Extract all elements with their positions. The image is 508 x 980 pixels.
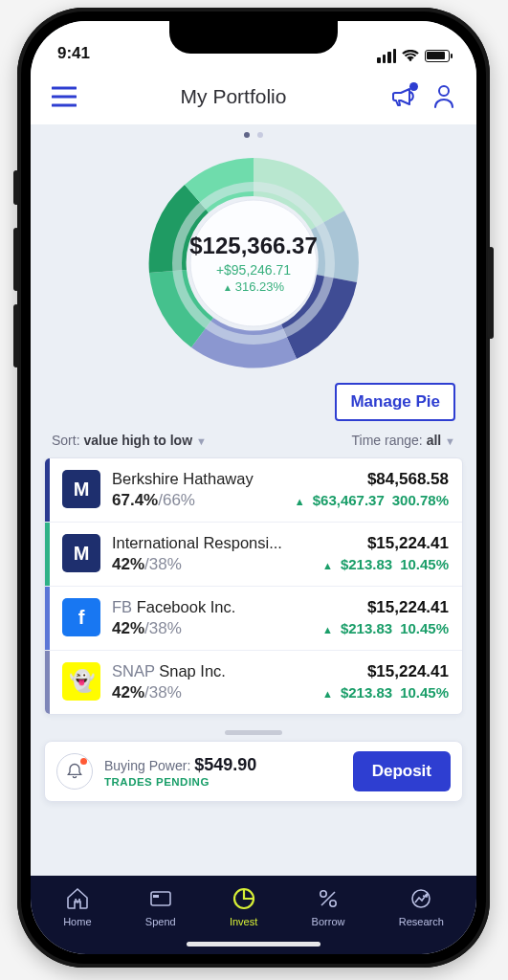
mute-switch <box>13 170 19 205</box>
row-accent <box>45 651 50 714</box>
holding-value: $15,224.41 <box>322 598 449 617</box>
time-range-dropdown[interactable]: Time range: all ▼ <box>352 433 455 448</box>
tab-invest[interactable]: Invest <box>230 885 257 927</box>
holding-weights: 42%/38% <box>112 619 311 638</box>
manage-pie-button[interactable]: Manage Pie <box>335 383 455 421</box>
phone-frame: 9:41 My Portfolio <box>17 8 490 968</box>
tab-home[interactable]: M Home <box>63 885 91 927</box>
holding-row[interactable]: f FB Facebook Inc. 42%/38% $15,224.41 ▲$… <box>45 586 462 650</box>
holding-logo: 👻 <box>62 662 100 701</box>
percent-icon <box>315 885 342 912</box>
holding-weights: 67.4%/66% <box>112 491 283 510</box>
tab-spend[interactable]: Spend <box>145 885 176 927</box>
power-button <box>488 247 494 339</box>
wifi-icon <box>402 50 419 63</box>
announcements-button[interactable] <box>390 85 415 108</box>
tab-label: Invest <box>230 916 257 927</box>
portfolio-chart[interactable]: $125,366.37 +$95,246.71 316.23% <box>31 145 476 383</box>
trades-pending: TRADES PENDING <box>104 776 342 788</box>
volume-down-button <box>13 304 19 368</box>
buying-power-card: Buying Power: $549.90 TRADES PENDING Dep… <box>44 741 463 802</box>
total-gain: +$95,246.71 <box>189 262 317 278</box>
holding-value: $15,224.41 <box>322 662 449 681</box>
battery-icon <box>425 50 450 62</box>
person-icon <box>432 84 455 109</box>
menu-button[interactable] <box>52 86 77 107</box>
svg-point-7 <box>330 901 336 906</box>
page-dots[interactable] <box>31 124 476 145</box>
header: My Portfolio <box>31 69 476 124</box>
svg-point-6 <box>320 891 326 897</box>
holding-value: $15,224.41 <box>322 534 449 553</box>
holding-name: Berkshire Hathaway <box>112 470 283 488</box>
holding-gain: ▲$213.8310.45% <box>322 620 449 636</box>
tab-borrow[interactable]: Borrow <box>312 885 345 927</box>
filter-bar: Sort: value high to low ▼ Time range: al… <box>31 433 476 457</box>
chevron-down-icon: ▼ <box>445 435 455 447</box>
time-range-label: Time range: <box>352 433 423 448</box>
holding-gain: ▲$63,467.37300.78% <box>295 492 449 508</box>
page-dot-1[interactable] <box>244 132 250 138</box>
bell-icon <box>65 762 84 781</box>
volume-up-button <box>13 228 19 291</box>
tab-label: Borrow <box>312 916 345 927</box>
alerts-button[interactable] <box>56 753 93 790</box>
holding-weights: 42%/38% <box>112 555 311 574</box>
total-gain-pct: 316.23% <box>189 279 317 294</box>
holding-row[interactable]: 👻 SNAP Snap Inc. 42%/38% $15,224.41 ▲$21… <box>45 650 462 714</box>
buying-power-line: Buying Power: $549.90 <box>104 755 342 775</box>
tab-label: Spend <box>145 916 176 927</box>
holding-row[interactable]: M International Responsi... 42%/38% $15,… <box>45 522 462 586</box>
holding-name: International Responsi... <box>112 534 311 552</box>
pie-icon <box>231 885 257 912</box>
holding-row[interactable]: M Berkshire Hathaway 67.4%/66% $84,568.5… <box>45 458 462 522</box>
holding-name: FB Facebook Inc. <box>112 598 311 616</box>
scroll-indicator[interactable] <box>225 730 282 735</box>
holding-gain: ▲$213.8310.45% <box>322 556 449 572</box>
research-icon <box>408 885 434 912</box>
sort-label: Sort: <box>52 433 80 448</box>
screen: 9:41 My Portfolio <box>31 21 476 954</box>
tab-label: Research <box>399 916 444 927</box>
holding-name: SNAP Snap Inc. <box>112 662 311 680</box>
chart-center: $125,366.37 +$95,246.71 316.23% <box>189 233 317 294</box>
buying-power-label: Buying Power: <box>104 758 190 773</box>
holding-logo: f <box>62 598 100 636</box>
svg-text:M: M <box>74 897 80 905</box>
holding-logo: M <box>62 470 100 508</box>
notification-dot-icon <box>409 82 418 91</box>
status-icons <box>377 49 450 63</box>
svg-point-0 <box>439 86 449 96</box>
sort-dropdown[interactable]: Sort: value high to low ▼ <box>52 433 207 448</box>
tab-research[interactable]: Research <box>399 885 444 927</box>
chevron-down-icon: ▼ <box>196 435 207 447</box>
buying-power-amount: $549.90 <box>194 755 256 774</box>
svg-rect-5 <box>153 895 159 898</box>
profile-button[interactable] <box>432 84 455 109</box>
row-accent <box>45 458 50 522</box>
status-time: 9:41 <box>57 44 90 63</box>
page-title: My Portfolio <box>181 85 287 108</box>
row-accent <box>45 587 50 650</box>
page-dot-2[interactable] <box>257 132 263 138</box>
card-icon <box>147 885 174 912</box>
home-icon: M <box>64 885 91 912</box>
holding-gain: ▲$213.8310.45% <box>322 684 449 701</box>
home-indicator[interactable] <box>187 942 320 947</box>
tab-label: Home <box>63 916 91 927</box>
notch <box>169 21 338 54</box>
deposit-button[interactable]: Deposit <box>353 751 451 791</box>
cellular-icon <box>377 49 396 63</box>
holding-weights: 42%/38% <box>112 683 311 702</box>
row-accent <box>45 523 50 586</box>
holding-value: $84,568.58 <box>295 470 449 489</box>
time-range-value: all <box>427 433 442 448</box>
holding-logo: M <box>62 534 100 572</box>
hamburger-icon <box>52 86 77 107</box>
svg-rect-4 <box>151 892 170 905</box>
sort-value: value high to low <box>83 433 192 448</box>
holdings-list: M Berkshire Hathaway 67.4%/66% $84,568.5… <box>44 457 463 715</box>
total-value: $125,366.37 <box>189 233 317 259</box>
